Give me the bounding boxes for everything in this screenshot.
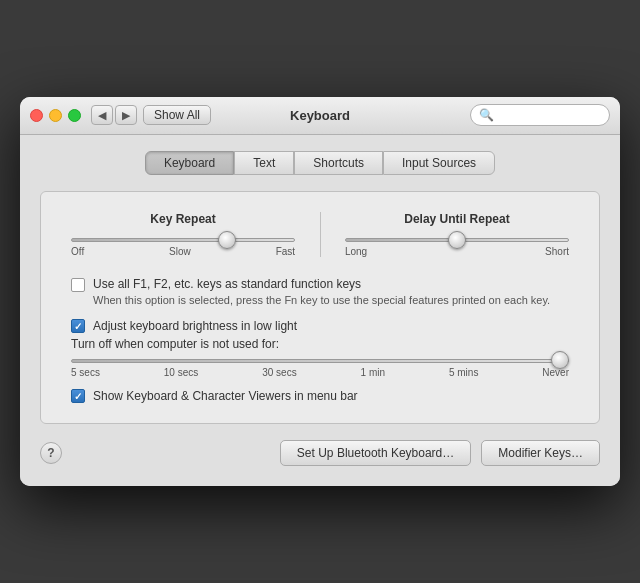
brightness-label: Adjust keyboard brightness in low light: [93, 319, 297, 333]
key-repeat-section: Key Repeat Off Slow Fast: [71, 212, 295, 257]
inactivity-label-3: 1 min: [361, 367, 385, 378]
content-area: Keyboard Text Shortcuts Input Sources Ke…: [20, 135, 620, 486]
inactivity-slider-section: 5 secs 10 secs 30 secs 1 min 5 mins Neve…: [71, 359, 569, 378]
titlebar: ◀ ▶ Show All Keyboard 🔍: [20, 97, 620, 135]
tab-text[interactable]: Text: [234, 151, 294, 175]
show-keyboard-row: Show Keyboard & Character Viewers in men…: [71, 388, 569, 403]
delay-repeat-section: Delay Until Repeat Long Short: [345, 212, 569, 257]
footer-left: ?: [40, 442, 62, 464]
back-button[interactable]: ◀: [91, 105, 113, 125]
search-input[interactable]: [498, 108, 601, 122]
inactivity-label-5: Never: [542, 367, 569, 378]
show-keyboard-checkbox[interactable]: [71, 389, 85, 403]
delay-repeat-thumb[interactable]: [448, 231, 466, 249]
inactivity-label-4: 5 mins: [449, 367, 478, 378]
maximize-button[interactable]: [68, 109, 81, 122]
turn-off-label: Turn off when computer is not used for:: [71, 337, 569, 351]
fn-keys-sub: When this option is selected, press the …: [93, 293, 550, 308]
minimize-button[interactable]: [49, 109, 62, 122]
key-repeat-track-container: [71, 238, 295, 242]
key-repeat-labels: Off Slow Fast: [71, 246, 295, 257]
tab-shortcuts[interactable]: Shortcuts: [294, 151, 383, 175]
search-icon: 🔍: [479, 108, 494, 122]
nav-buttons: ◀ ▶: [91, 105, 137, 125]
fn-keys-label: Use all F1, F2, etc. keys as standard fu…: [93, 277, 550, 291]
footer-buttons: ? Set Up Bluetooth Keyboard… Modifier Ke…: [40, 440, 600, 466]
close-button[interactable]: [30, 109, 43, 122]
slider-divider: [320, 212, 321, 257]
brightness-checkbox[interactable]: [71, 319, 85, 333]
key-repeat-off-label: Off: [71, 246, 84, 257]
search-box[interactable]: 🔍: [470, 104, 610, 126]
key-repeat-slow-label: Slow: [169, 246, 191, 257]
options-section: Use all F1, F2, etc. keys as standard fu…: [71, 277, 569, 403]
delay-repeat-track-container: [345, 238, 569, 242]
fn-keys-checkbox[interactable]: [71, 278, 85, 292]
brightness-row: Adjust keyboard brightness in low light: [71, 318, 569, 333]
inactivity-labels: 5 secs 10 secs 30 secs 1 min 5 mins Neve…: [71, 367, 569, 378]
inactivity-label-2: 30 secs: [262, 367, 296, 378]
show-all-button[interactable]: Show All: [143, 105, 211, 125]
delay-long-label: Long: [345, 246, 367, 257]
delay-repeat-track: [345, 238, 569, 242]
keyboard-window: ◀ ▶ Show All Keyboard 🔍 Keyboard Text Sh…: [20, 97, 620, 486]
fn-keys-row: Use all F1, F2, etc. keys as standard fu…: [71, 277, 569, 308]
main-panel: Key Repeat Off Slow Fast Delay: [40, 191, 600, 424]
brightness-section: Adjust keyboard brightness in low light …: [71, 318, 569, 378]
delay-repeat-label: Delay Until Repeat: [345, 212, 569, 226]
sliders-row: Key Repeat Off Slow Fast Delay: [71, 212, 569, 257]
fn-keys-text-group: Use all F1, F2, etc. keys as standard fu…: [93, 277, 550, 308]
window-title: Keyboard: [290, 108, 350, 123]
inactivity-track: [71, 359, 569, 363]
inactivity-label-0: 5 secs: [71, 367, 100, 378]
key-repeat-fast-label: Fast: [276, 246, 295, 257]
show-keyboard-label: Show Keyboard & Character Viewers in men…: [93, 389, 358, 403]
help-button[interactable]: ?: [40, 442, 62, 464]
tab-keyboard[interactable]: Keyboard: [145, 151, 234, 175]
modifier-keys-button[interactable]: Modifier Keys…: [481, 440, 600, 466]
inactivity-label-1: 10 secs: [164, 367, 198, 378]
bluetooth-button[interactable]: Set Up Bluetooth Keyboard…: [280, 440, 471, 466]
forward-button[interactable]: ▶: [115, 105, 137, 125]
key-repeat-track: [71, 238, 295, 242]
delay-short-label: Short: [545, 246, 569, 257]
traffic-lights: [30, 109, 81, 122]
tab-bar: Keyboard Text Shortcuts Input Sources: [40, 151, 600, 175]
key-repeat-label: Key Repeat: [71, 212, 295, 226]
tab-input-sources[interactable]: Input Sources: [383, 151, 495, 175]
inactivity-track-container: [71, 359, 569, 363]
